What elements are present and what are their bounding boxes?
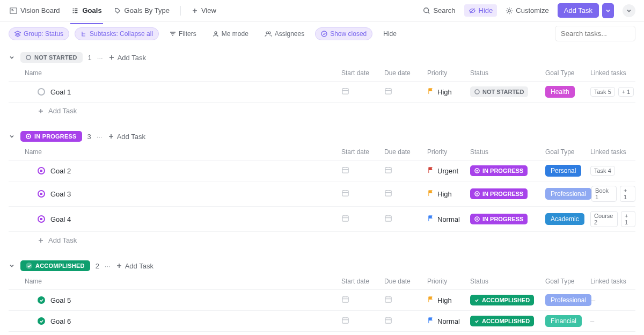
- linked-tag[interactable]: Task 5: [590, 87, 615, 97]
- group-more[interactable]: ···: [97, 133, 103, 141]
- add-task-row[interactable]: Add Task: [9, 232, 635, 249]
- status-badge[interactable]: ACCOMPLISHED: [470, 295, 534, 305]
- add-task-row[interactable]: Add Task: [9, 332, 635, 335]
- add-view[interactable]: View: [191, 2, 217, 19]
- calendar-icon[interactable]: [384, 87, 392, 95]
- priority-value: High: [437, 296, 452, 304]
- tab-vision-board[interactable]: Vision Board: [9, 2, 61, 19]
- linked-tag[interactable]: Task 4: [590, 166, 615, 176]
- group-more[interactable]: ···: [105, 262, 111, 270]
- chevron-down-icon[interactable]: [9, 263, 15, 269]
- type-badge[interactable]: Academic: [545, 213, 584, 225]
- svg-point-20: [476, 193, 478, 194]
- search-button[interactable]: Search: [423, 6, 455, 14]
- linked-empty: –: [591, 296, 595, 304]
- status-badge[interactable]: IN PROGRESS: [470, 214, 528, 224]
- me-mode-pill[interactable]: Me mode: [207, 28, 254, 40]
- type-badge[interactable]: Professional: [545, 188, 591, 200]
- calendar-icon[interactable]: [341, 295, 349, 303]
- chevron-down-icon[interactable]: [9, 133, 15, 140]
- linked-tag[interactable]: + 1: [618, 87, 634, 97]
- table-row[interactable]: Goal 3 High IN PROGRESS Professional Boo…: [9, 181, 635, 207]
- type-badge[interactable]: Personal: [545, 165, 581, 177]
- linked-tag[interactable]: Book 1: [591, 186, 617, 202]
- group-more[interactable]: ···: [97, 54, 103, 62]
- group-count: 1: [88, 54, 92, 62]
- chevron-down-icon[interactable]: [9, 54, 15, 61]
- hide-button[interactable]: Hide: [464, 4, 497, 17]
- tab-goals[interactable]: Goals: [70, 2, 103, 19]
- svg-rect-27: [342, 318, 348, 323]
- svg-rect-28: [385, 318, 391, 323]
- status-badge[interactable]: IN PROGRESS: [470, 188, 528, 199]
- show-closed-pill[interactable]: Show closed: [315, 27, 372, 40]
- calendar-icon[interactable]: [341, 166, 349, 174]
- type-badge[interactable]: Professional: [545, 294, 591, 306]
- linked-tasks: –: [591, 296, 635, 304]
- table-row[interactable]: Goal 4 Normal IN PROGRESS Academic Cours…: [9, 207, 635, 232]
- svg-rect-18: [385, 191, 391, 196]
- status-dot-icon: [38, 167, 45, 174]
- topbar-right: Search Hide Customize Add Task: [423, 3, 635, 18]
- linked-tag[interactable]: + 1: [621, 211, 635, 227]
- svg-rect-8: [342, 89, 348, 94]
- type-badge[interactable]: Financial: [545, 315, 582, 327]
- group-add-task[interactable]: Add Task: [116, 262, 153, 270]
- col-start: Start date: [341, 278, 384, 285]
- col-priority: Priority: [427, 69, 470, 77]
- linked-tag[interactable]: Course 2: [590, 211, 618, 227]
- calendar-icon[interactable]: [341, 189, 349, 197]
- group-add-task[interactable]: Add Task: [108, 133, 145, 141]
- svg-point-10: [475, 90, 479, 94]
- more-menu[interactable]: [623, 4, 635, 17]
- calendar-icon[interactable]: [341, 214, 349, 222]
- group-pill[interactable]: Group: Status: [9, 27, 69, 40]
- table-row[interactable]: Goal 1 High NOT STARTED Health Task 5+ 1: [9, 82, 635, 103]
- add-task-row[interactable]: Add Task: [9, 103, 635, 119]
- type-badge[interactable]: Health: [545, 86, 575, 98]
- col-linked: Linked tasks: [590, 278, 635, 285]
- calendar-icon[interactable]: [341, 316, 349, 324]
- calendar-icon[interactable]: [384, 166, 392, 174]
- group-status-pill[interactable]: NOT STARTED: [20, 52, 83, 63]
- topbar: Vision Board Goals Goals By Type View Se…: [0, 0, 644, 21]
- filters-pill[interactable]: Filters: [164, 28, 202, 40]
- assignees-pill[interactable]: Assignees: [259, 28, 310, 40]
- toolbar-hide[interactable]: Hide: [378, 28, 402, 40]
- priority-value: Normal: [437, 317, 460, 325]
- col-start: Start date: [341, 148, 384, 156]
- group-add-task[interactable]: Add Task: [108, 54, 146, 62]
- calendar-icon[interactable]: [384, 214, 392, 222]
- linked-tasks: Course 2+ 1: [590, 211, 635, 227]
- svg-point-4: [266, 32, 268, 34]
- calendar-icon[interactable]: [384, 295, 392, 303]
- table-row[interactable]: Goal 5 High ACCOMPLISHED Professional –: [9, 290, 635, 311]
- col-due: Due date: [384, 69, 427, 77]
- linked-tag[interactable]: + 1: [620, 186, 635, 202]
- linked-tasks: –: [590, 317, 635, 325]
- tab-goals-by-type[interactable]: Goals By Type: [113, 2, 171, 19]
- subtasks-pill[interactable]: Subtasks: Collapse all: [75, 27, 159, 40]
- status-badge[interactable]: IN PROGRESS: [470, 165, 528, 176]
- column-headers: Name Start date Due date Priority Status…: [9, 144, 635, 161]
- group-header: IN PROGRESS 3 ··· Add Task: [9, 129, 635, 144]
- add-task-caret[interactable]: [602, 3, 614, 18]
- priority-value: Normal: [437, 215, 460, 223]
- status-badge[interactable]: NOT STARTED: [470, 86, 528, 97]
- status-badge[interactable]: ACCOMPLISHED: [470, 316, 534, 326]
- search-input[interactable]: [555, 26, 635, 41]
- gear-icon: [506, 7, 513, 14]
- col-name: Name: [25, 278, 341, 285]
- group-status-pill[interactable]: IN PROGRESS: [20, 131, 82, 142]
- group-status-pill[interactable]: ACCOMPLISHED: [20, 260, 90, 271]
- customize-button[interactable]: Customize: [506, 6, 548, 14]
- calendar-icon[interactable]: [384, 189, 392, 197]
- table-row[interactable]: Goal 2 Urgent IN PROGRESS Personal Task …: [9, 161, 635, 181]
- svg-point-1: [424, 8, 429, 12]
- calendar-icon[interactable]: [384, 316, 392, 324]
- flag-icon: [427, 215, 434, 222]
- table-row[interactable]: Goal 6 Normal ACCOMPLISHED Financial –: [9, 311, 635, 332]
- task-name: Goal 5: [50, 296, 71, 304]
- add-task-button[interactable]: Add Task: [558, 3, 599, 18]
- calendar-icon[interactable]: [341, 87, 349, 95]
